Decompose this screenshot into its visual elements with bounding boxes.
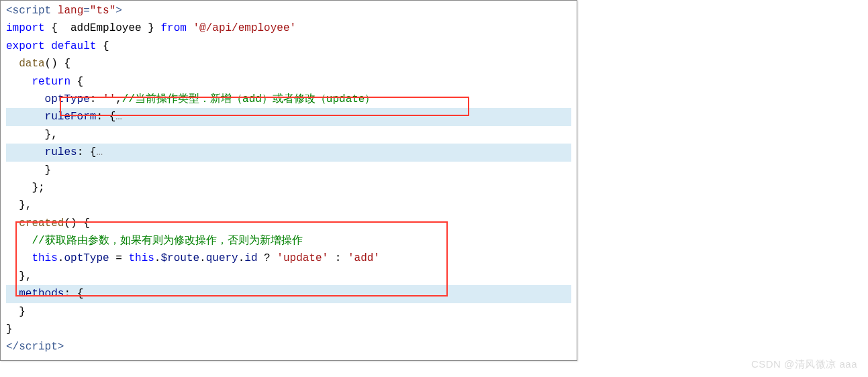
keyword: import (6, 22, 45, 34)
tag-open: </ (6, 341, 19, 353)
fold-ellipsis: … (115, 111, 122, 123)
string: 'update' (277, 252, 328, 264)
function-name: data (19, 58, 44, 70)
code-line-highlighted: methods: {… (6, 285, 571, 303)
code-line: }, (6, 126, 571, 144)
tag-open: <script (6, 5, 51, 17)
comment: //获取路由参数，如果有则为修改操作，否则为新增操作 (32, 235, 302, 247)
attr-name: lang (51, 5, 83, 17)
tag-close: > (115, 5, 122, 17)
function-name: created (19, 217, 64, 229)
comment: //当前操作类型：新增（add）或者修改（update） (122, 93, 376, 105)
string: '@/api/employee' (193, 22, 296, 34)
code-line: optType: '',//当前操作类型：新增（add）或者修改（update） (6, 91, 571, 108)
code-line: }, (6, 268, 571, 285)
string: '' (103, 93, 115, 105)
code-block: <script lang="ts"> import { addEmployee … (0, 0, 577, 361)
code-line-highlighted: rules: {… (6, 144, 571, 161)
code-line-highlighted: ruleForm: {… (6, 108, 571, 125)
code-line: import { addEmployee } from '@/api/emplo… (6, 19, 571, 37)
property: ruleForm (45, 111, 97, 123)
keyword: this (128, 252, 154, 264)
keyword: from (160, 22, 186, 34)
tag-close: > (58, 341, 64, 353)
code-line: }, (6, 197, 571, 214)
equals: = (83, 5, 90, 17)
code-line: <script lang="ts"> (6, 2, 571, 19)
code-line: this.optType = this.$route.query.id ? 'u… (6, 250, 571, 267)
code-line: </script> (6, 338, 571, 356)
code-line: } (6, 321, 571, 338)
code-line: data() { (6, 55, 571, 72)
attr-value: "ts" (90, 5, 115, 17)
code-line: created() { (6, 215, 571, 232)
tag-name: script (19, 341, 58, 353)
property: methods (19, 288, 64, 300)
keyword: return (32, 76, 70, 88)
code-line: export default { (6, 38, 571, 55)
keyword: this (32, 252, 57, 264)
code-line: return { (6, 73, 571, 91)
string: 'add' (348, 252, 380, 264)
keyword: export (6, 40, 45, 52)
code-line: } (6, 303, 571, 321)
code-line: //获取路由参数，如果有则为修改操作，否则为新增操作 (6, 232, 571, 250)
keyword: default (45, 40, 97, 52)
code-line: } (6, 162, 571, 179)
property: rules (45, 146, 77, 158)
property: optType (45, 93, 90, 105)
fold-ellipsis: … (96, 146, 103, 158)
watermark: CSDN @清风微凉 aaa (751, 356, 857, 373)
code-line: }; (6, 179, 571, 197)
fold-ellipsis: … (83, 288, 90, 300)
